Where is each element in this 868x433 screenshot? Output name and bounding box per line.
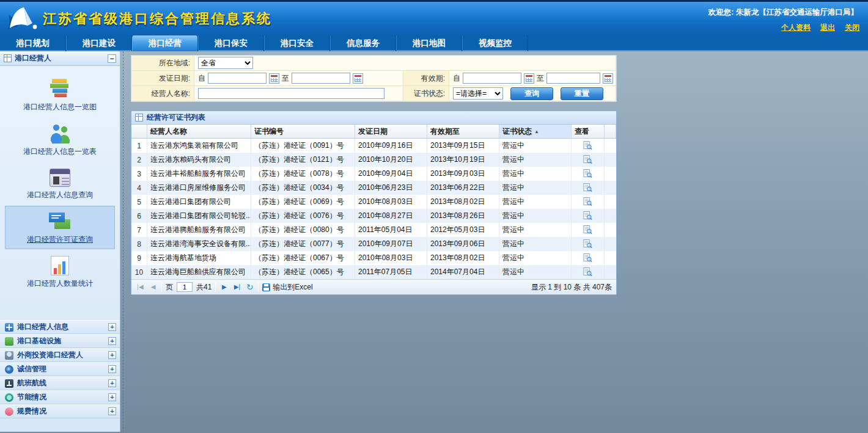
view-magnifier-icon[interactable] — [583, 267, 592, 277]
table-row[interactable]: 9 连云港海航基地货场 （苏连）港经证（0067）号 2010年08月03日 2… — [131, 251, 616, 265]
sidebar-group[interactable]: 规费情况 + — [0, 404, 120, 418]
nav-tab[interactable]: 港口地图 — [396, 35, 462, 51]
cell-cert-no: （苏连）港经证（0078）号 — [251, 167, 355, 181]
region-select[interactable]: 全省 — [198, 57, 253, 69]
sidebar-item[interactable]: 港口经营人信息一览图 — [5, 73, 115, 117]
sidebar-group-label: 诚信管理 — [17, 364, 46, 374]
table-row[interactable]: 4 连云港港口房屋维修服务公司 （苏连）港经证（0034）号 2010年06月2… — [131, 181, 616, 195]
view-magnifier-icon[interactable] — [583, 169, 592, 178]
header-link[interactable]: 个人资料 — [781, 23, 811, 33]
issue-date-from-input[interactable] — [208, 73, 267, 84]
validity-from-input[interactable] — [463, 73, 521, 84]
sidebar-item[interactable]: 港口经营人数量统计 — [5, 250, 115, 293]
expand-button[interactable]: + — [108, 393, 116, 401]
cell-cert-no: （苏连）港经证（0091）号 — [251, 139, 355, 153]
expand-button[interactable]: + — [108, 351, 116, 359]
view-magnifier-icon[interactable] — [583, 197, 592, 206]
view-magnifier-icon[interactable] — [583, 225, 592, 235]
sidebar-items: 港口经营人信息一览图 港口经营人信息一览表 港口经营人信息查询 — [0, 66, 120, 294]
pagination-summary: 显示 1 到 10 条 共 407条 — [531, 282, 612, 293]
sidebar-group[interactable]: 航班航线 + — [0, 376, 120, 390]
region-label: 所在地域: — [131, 56, 194, 71]
table-row[interactable]: 1 连云港东鸿集装箱有限公司 （苏连）港经证（0091）号 2010年09月16… — [131, 139, 616, 153]
list-panel-icon — [135, 114, 143, 122]
nav-tab[interactable]: 港口保安 — [198, 35, 264, 51]
table-row[interactable]: 6 连云港港口集团有限公司轮驳... （苏连）港经证（0076）号 2010年0… — [131, 209, 616, 223]
col-valid-until[interactable]: 有效期至 — [427, 125, 499, 139]
last-page-button[interactable]: ▶| — [232, 282, 241, 292]
sidebar-item[interactable]: 港口经营许可证查询 — [5, 206, 115, 249]
sidebar-group[interactable]: 诚信管理 + — [0, 362, 120, 376]
sidebar-group[interactable]: 节能情况 + — [0, 390, 120, 404]
sidebar-resize-gutter[interactable] — [120, 51, 126, 432]
sidebar-group-label: 航班航线 — [17, 378, 46, 388]
col-view[interactable]: 查看 — [572, 125, 605, 139]
nav-tab[interactable]: 港口规划 — [0, 35, 66, 51]
table-row[interactable]: 3 连云港丰裕船舶服务有限公司 （苏连）港经证（0078）号 2010年09月0… — [131, 167, 616, 181]
sidebar-panel-header: 港口经营人 − — [0, 51, 120, 66]
next-page-button[interactable]: ▶ — [219, 282, 229, 292]
expand-button[interactable]: + — [108, 379, 116, 387]
validity-to-input[interactable] — [546, 73, 600, 84]
expand-button[interactable]: + — [108, 365, 116, 373]
cert-list-title: 经营许可证书列表 — [147, 112, 205, 123]
expand-button[interactable]: + — [108, 323, 116, 331]
sidebar-group[interactable]: 港口基础设施 + — [0, 334, 120, 348]
nav-tab[interactable]: 信息服务 — [330, 35, 396, 51]
cert-status-select[interactable]: =请选择= — [453, 87, 503, 100]
sidebar-group[interactable]: 港口经营人信息 + — [0, 320, 120, 334]
nav-tab[interactable]: 港口经营 — [132, 35, 198, 51]
sidebar-item[interactable]: 港口经营人信息查询 — [5, 162, 115, 205]
sidebar-panel-title: 港口经营人 — [15, 53, 51, 64]
nav-tab[interactable]: 视频监控 — [462, 35, 528, 51]
refresh-icon[interactable]: ↻ — [245, 282, 254, 292]
view-magnifier-icon[interactable] — [583, 211, 592, 220]
first-page-button[interactable]: |◀ — [136, 282, 145, 292]
table-row[interactable]: 7 连云港港腾船舶服务有限公司 （苏连）港经证（0080）号 2011年05月0… — [131, 223, 616, 237]
sidebar-item[interactable]: 港口经营人信息一览表 — [5, 118, 115, 161]
issue-date-field: 自 至 — [194, 71, 403, 86]
row-number: 7 — [131, 223, 147, 237]
header-link[interactable]: 关闭 — [845, 23, 859, 33]
operator-name-input[interactable] — [198, 88, 384, 99]
query-button[interactable]: 查询 — [510, 87, 553, 100]
calendar-icon[interactable] — [353, 73, 363, 84]
row-number: 9 — [131, 251, 147, 265]
cell-filler — [605, 251, 616, 265]
header-link[interactable]: 退出 — [820, 23, 835, 33]
view-magnifier-icon[interactable] — [583, 239, 592, 249]
calendar-icon[interactable] — [603, 73, 613, 84]
col-operator-name[interactable]: 经营人名称 — [147, 125, 251, 139]
issue-date-to-input[interactable] — [292, 73, 350, 84]
calendar-icon[interactable] — [269, 73, 279, 84]
table-row[interactable]: 8 连云港港湾海事安全设备有限... （苏连）港经证（0077）号 2010年0… — [131, 237, 616, 251]
view-magnifier-icon[interactable] — [583, 141, 592, 150]
table-row[interactable]: 2 连云港东粮码头有限公司 （苏连）港经证（0121）号 2010年10月20日… — [131, 153, 616, 167]
page-title: 江苏省省级港口综合管理信息系统 — [43, 10, 272, 28]
sidebar-group[interactable]: 外商投资港口经营人 + — [0, 348, 120, 362]
col-issue-date[interactable]: 发证日期 — [355, 125, 427, 139]
calendar-icon[interactable] — [524, 73, 534, 84]
col-cert-no[interactable]: 证书编号 — [251, 125, 355, 139]
page-number-input[interactable] — [177, 282, 193, 292]
view-magnifier-icon[interactable] — [583, 253, 592, 263]
collapse-button[interactable]: − — [108, 54, 116, 63]
cell-issue-date: 2010年09月07日 — [355, 237, 427, 251]
view-magnifier-icon[interactable] — [583, 155, 592, 164]
expand-button[interactable]: + — [108, 407, 116, 415]
export-excel-button[interactable]: 输出到Excel — [262, 282, 312, 293]
cell-cert-status: 营运中 — [499, 181, 572, 195]
col-cert-status[interactable]: 证书状态 ▲ — [499, 125, 572, 139]
idcard-icon — [50, 169, 70, 187]
cert-status-field: =请选择= 查询 重置 — [449, 86, 616, 101]
nav-tab[interactable]: 港口建设 — [66, 35, 132, 51]
expand-button[interactable]: + — [108, 337, 116, 345]
prev-page-button[interactable]: ◀ — [149, 282, 158, 292]
view-magnifier-icon[interactable] — [583, 183, 592, 192]
cell-cert-status: 营运中 — [499, 195, 572, 209]
cell-filler — [605, 237, 616, 251]
table-row[interactable]: 10 连云港海巨船舶供应有限公司 （苏连）港经证（0065）号 2011年07月… — [131, 265, 616, 279]
table-row[interactable]: 5 连云港港口集团有限公司 （苏连）港经证（0069）号 2010年08月03日… — [131, 195, 616, 209]
reset-button[interactable]: 重置 — [561, 87, 603, 100]
nav-tab[interactable]: 港口安全 — [264, 35, 330, 51]
